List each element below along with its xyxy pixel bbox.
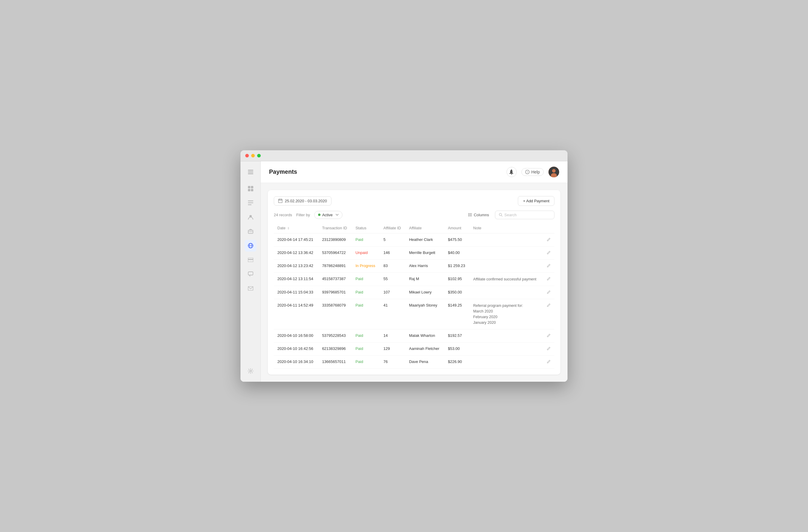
filter-button[interactable]: Active xyxy=(314,211,343,219)
table-row: 2020-04-10 16:42:56 62138329896 Paid 129… xyxy=(274,342,554,356)
svg-rect-6 xyxy=(251,189,253,191)
cell-date: 2020-04-12 13:23:42 xyxy=(274,259,318,272)
sidebar xyxy=(240,161,261,382)
col-affiliate: Affiliate xyxy=(405,223,444,233)
cell-transaction-id: 23123890809 xyxy=(318,233,352,246)
cell-note: Referral program payment for:March 2020F… xyxy=(470,299,543,329)
cell-affiliate-id: 76 xyxy=(380,356,405,368)
cell-edit[interactable] xyxy=(543,272,554,286)
cell-status: Paid xyxy=(352,356,380,368)
table-row: 2020-04-12 13:23:42 78786248891 In Progr… xyxy=(274,259,554,272)
cell-amount: $350.00 xyxy=(444,286,470,299)
table-row: 2020-04-12 13:36:42 53705964722 Unpaid 1… xyxy=(274,246,554,259)
cell-affiliate-id: 14 xyxy=(380,329,405,342)
svg-rect-7 xyxy=(248,201,253,202)
cell-status: Paid xyxy=(352,286,380,299)
cell-note xyxy=(470,246,543,259)
content-area: 25.02.2020 - 03.03.2020 + Add Payment 24… xyxy=(261,183,568,382)
close-dot[interactable] xyxy=(245,154,249,157)
filter-by-label: Filter by xyxy=(296,213,310,217)
date-range-button[interactable]: 25.02.2020 - 03.03.2020 xyxy=(274,196,331,206)
cell-amount: $40.00 xyxy=(444,246,470,259)
svg-rect-27 xyxy=(278,199,282,203)
cell-amount: $226.90 xyxy=(444,356,470,368)
search-box xyxy=(495,211,554,219)
svg-line-38 xyxy=(501,215,502,216)
columns-button[interactable]: Columns xyxy=(465,211,491,218)
col-affiliate-id: Affiliate ID xyxy=(380,223,405,233)
cell-status: Paid xyxy=(352,329,380,342)
toolbar-right: Columns xyxy=(465,211,554,219)
card-header: 25.02.2020 - 03.03.2020 + Add Payment xyxy=(274,196,554,206)
table-row: 2020-04-14 17:45:21 23123890809 Paid 5 H… xyxy=(274,233,554,246)
col-status: Status xyxy=(352,223,380,233)
cell-edit[interactable] xyxy=(543,356,554,368)
table-body: 2020-04-14 17:45:21 23123890809 Paid 5 H… xyxy=(274,233,554,368)
minimize-dot[interactable] xyxy=(251,154,255,157)
cell-note xyxy=(470,342,543,356)
date-range-text: 25.02.2020 - 03.03.2020 xyxy=(285,199,327,203)
cell-note xyxy=(470,329,543,342)
cell-affiliate: Alex Harris xyxy=(405,259,444,272)
globe-icon[interactable] xyxy=(245,240,257,252)
cell-date: 2020-04-11 14:52:49 xyxy=(274,299,318,329)
svg-rect-2 xyxy=(248,173,253,174)
briefcase-icon[interactable] xyxy=(245,225,257,238)
cell-status: Paid xyxy=(352,233,380,246)
cell-transaction-id: 78786248891 xyxy=(318,259,352,272)
cell-affiliate-id: 41 xyxy=(380,299,405,329)
add-payment-button[interactable]: + Add Payment xyxy=(518,196,554,206)
cell-edit[interactable] xyxy=(543,329,554,342)
maximize-dot[interactable] xyxy=(257,154,261,157)
svg-rect-1 xyxy=(248,172,253,172)
col-note: Note xyxy=(470,223,543,233)
cell-edit[interactable] xyxy=(543,233,554,246)
search-input[interactable] xyxy=(504,213,551,217)
help-button[interactable]: ? Help xyxy=(521,168,544,176)
cell-date: 2020-04-12 13:11:54 xyxy=(274,272,318,286)
messages-icon[interactable] xyxy=(245,268,257,280)
cell-amount: $475.50 xyxy=(444,233,470,246)
cell-edit[interactable] xyxy=(543,286,554,299)
cell-transaction-id: 53795228543 xyxy=(318,329,352,342)
cell-note xyxy=(470,233,543,246)
cell-edit[interactable] xyxy=(543,299,554,329)
cell-edit[interactable] xyxy=(543,246,554,259)
cell-affiliate-id: 5 xyxy=(380,233,405,246)
svg-text:?: ? xyxy=(527,171,528,174)
table-row: 2020-04-11 14:52:49 33358768079 Paid 41 … xyxy=(274,299,554,329)
svg-rect-18 xyxy=(248,272,253,275)
menu-icon[interactable] xyxy=(245,166,257,178)
cell-affiliate: Maariyah Storey xyxy=(405,299,444,329)
cell-note xyxy=(470,286,543,299)
dashboard-icon[interactable] xyxy=(245,183,257,194)
col-date[interactable]: Date ⇕ xyxy=(274,223,318,233)
mail-icon[interactable] xyxy=(245,283,257,294)
cell-affiliate: Malak Wharton xyxy=(405,329,444,342)
toolbar-left: 24 records Filter by Active xyxy=(274,211,343,219)
list-icon[interactable] xyxy=(245,197,257,209)
notifications-button[interactable] xyxy=(507,167,517,177)
cell-transaction-id: 62138329896 xyxy=(318,342,352,356)
cell-edit[interactable] xyxy=(543,342,554,356)
cell-affiliate: Aaminah Fletcher xyxy=(405,342,444,356)
svg-rect-17 xyxy=(248,259,253,260)
cell-date: 2020-04-11 15:04:33 xyxy=(274,286,318,299)
add-payment-label: + Add Payment xyxy=(523,199,549,203)
cell-affiliate: Dave Pena xyxy=(405,356,444,368)
cell-affiliate-id: 83 xyxy=(380,259,405,272)
svg-point-32 xyxy=(468,214,469,215)
user-icon[interactable] xyxy=(245,211,257,223)
cell-amount: $192.57 xyxy=(444,329,470,342)
cell-date: 2020-04-10 16:42:56 xyxy=(274,342,318,356)
table-row: 2020-04-10 16:34:10 13665657011 Paid 76 … xyxy=(274,356,554,368)
cell-transaction-id: 45158737387 xyxy=(318,272,352,286)
card-icon[interactable] xyxy=(245,254,257,266)
cell-status: Unpaid xyxy=(352,246,380,259)
avatar[interactable] xyxy=(549,167,559,177)
cell-edit[interactable] xyxy=(543,259,554,272)
search-icon xyxy=(499,213,503,217)
cell-amount: $149.25 xyxy=(444,299,470,329)
settings-icon[interactable] xyxy=(245,365,257,377)
table-row: 2020-04-10 16:58:00 53795228543 Paid 14 … xyxy=(274,329,554,342)
